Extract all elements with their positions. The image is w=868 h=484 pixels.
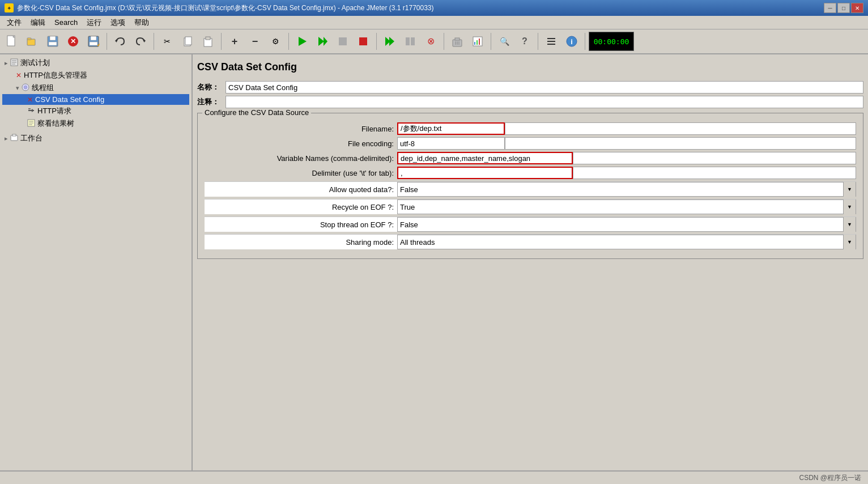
close-button[interactable]: ✕ — [851, 3, 863, 13]
delimiter-row: Delimiter (use '\t' for tab): — [205, 167, 856, 179]
clear-button[interactable] — [448, 32, 467, 51]
save2-button[interactable]: ✔ — [84, 32, 103, 51]
undo-button[interactable] — [110, 32, 130, 51]
menu-edit[interactable]: 编辑 — [26, 16, 50, 29]
expand-button[interactable]: + — [225, 32, 244, 51]
content-area: CSV Data Set Config 名称： 注释： Configure th… — [197, 59, 863, 259]
filename-input[interactable] — [397, 122, 505, 135]
filename-extra-input[interactable] — [505, 122, 856, 135]
sharing-mode-dropdown[interactable]: ▼ — [843, 235, 856, 249]
svg-marker-14 — [144, 39, 146, 43]
toolbar-separator-2 — [154, 33, 154, 50]
stop-button[interactable] — [333, 32, 352, 51]
test-plan-icon — [10, 58, 18, 68]
file-encoding-label: File encoding: — [205, 139, 397, 148]
svg-text:⊗: ⊗ — [427, 36, 435, 46]
csv-config-icon: ✕ — [27, 96, 33, 104]
main-layout: ▸ 测试计划 ✕ HTTP信息头管理器 ▾ 线程组 ✕ CSV Data Set… — [0, 54, 868, 470]
save-button[interactable] — [43, 32, 62, 51]
config-section-title: Configure the CSV Data Source — [202, 108, 311, 117]
panel-title: CSV Data Set Config — [197, 59, 863, 75]
menu-search[interactable]: Search — [50, 17, 82, 28]
recycle-eof-dropdown[interactable]: ▼ — [843, 199, 856, 214]
svg-rect-26 — [406, 37, 410, 45]
settings-button[interactable]: ⚙ — [266, 32, 285, 51]
menu-run[interactable]: 运行 — [82, 16, 106, 29]
toolbar-separator-5 — [376, 33, 377, 50]
list-button[interactable] — [542, 32, 561, 51]
test-plan-tree: ▸ 测试计划 ✕ HTTP信息头管理器 ▾ 线程组 ✕ CSV Data Set… — [0, 54, 193, 470]
toolbar-separator-4 — [288, 33, 289, 50]
http-header-label: HTTP信息头管理器 — [24, 70, 87, 80]
kill-button[interactable] — [354, 32, 373, 51]
stop-thread-dropdown[interactable]: ▼ — [843, 217, 856, 232]
menu-options[interactable]: 选项 — [106, 16, 130, 29]
remote-start-all-button[interactable] — [380, 32, 399, 51]
copy-button[interactable] — [178, 32, 197, 51]
variable-names-extra-input[interactable] — [573, 152, 856, 164]
file-encoding-row: File encoding: — [205, 137, 856, 150]
delimiter-extra-input[interactable] — [573, 167, 856, 179]
svg-text:?: ? — [522, 36, 527, 46]
workbench-label: 工作台 — [20, 133, 42, 143]
tree-item-http-request[interactable]: HTTP请求 — [2, 105, 189, 117]
svg-marker-19 — [299, 37, 307, 46]
svg-text:i: i — [571, 37, 573, 46]
timer-display: 00:00:00 — [589, 32, 634, 51]
cut-button[interactable]: ✂ — [158, 32, 177, 51]
allow-quoted-value: False — [398, 185, 843, 194]
info-button[interactable]: i — [562, 32, 581, 51]
workbench-icon — [10, 134, 18, 143]
config-fields: Filename: File encoding: Variable Names … — [205, 122, 856, 249]
start-no-pause-button[interactable] — [313, 32, 332, 51]
svg-rect-6 — [49, 42, 57, 45]
help-toolbar-button[interactable]: ? — [515, 32, 534, 51]
tree-item-result-tree[interactable]: 察看结果树 — [2, 117, 189, 130]
toolbar-separator-9 — [585, 33, 585, 50]
search-toolbar-button[interactable]: 🔍 — [495, 32, 514, 51]
sharing-mode-label: Sharing mode: — [205, 238, 397, 247]
menu-help[interactable]: 帮助 — [130, 16, 154, 29]
new-button[interactable] — [2, 32, 22, 51]
maximize-button[interactable]: □ — [837, 3, 850, 13]
minimize-button[interactable]: ─ — [824, 3, 836, 13]
menu-file[interactable]: 文件 — [2, 16, 26, 29]
svg-marker-25 — [389, 37, 394, 46]
comment-input[interactable] — [225, 96, 863, 108]
open-button[interactable] — [23, 32, 42, 51]
svg-text:✕: ✕ — [70, 37, 76, 45]
http-request-icon — [27, 107, 35, 116]
name-input[interactable] — [225, 81, 863, 94]
recycle-eof-label: Recycle on EOF ?: — [205, 203, 397, 211]
title-bar: ✦ 参数化-CSV Data Set Config.jmx (D:\双元\双元视… — [0, 0, 868, 16]
toolbar-separator-1 — [107, 33, 107, 50]
start-button[interactable] — [292, 32, 312, 51]
collapse-button[interactable]: − — [245, 32, 265, 51]
svg-marker-21 — [324, 37, 327, 46]
svg-rect-5 — [50, 36, 56, 40]
delimiter-input[interactable] — [397, 167, 573, 179]
recycle-eof-row: Recycle on EOF ?: True ▼ — [205, 199, 856, 214]
remote-kill-all-button[interactable]: ⊗ — [421, 32, 440, 51]
variable-names-input[interactable] — [397, 152, 573, 164]
svg-rect-30 — [455, 38, 459, 40]
redo-button[interactable] — [131, 32, 150, 51]
error-button[interactable]: ✕ — [63, 32, 83, 51]
tree-item-workbench[interactable]: ▸ 工作台 — [2, 132, 189, 145]
paste-button[interactable] — [198, 32, 218, 51]
allow-quoted-dropdown[interactable]: ▼ — [843, 182, 856, 197]
delimiter-label: Delimiter (use '\t' for tab): — [205, 169, 397, 177]
toolbar-separator-7 — [491, 33, 491, 50]
remote-stop-all-button[interactable] — [401, 32, 420, 51]
file-encoding-input[interactable] — [397, 137, 505, 150]
svg-rect-11 — [90, 42, 97, 45]
thread-group-label: 线程组 — [32, 83, 54, 93]
report-button[interactable] — [468, 32, 487, 51]
file-encoding-extra-input[interactable] — [505, 137, 856, 150]
tree-item-http-header[interactable]: ✕ HTTP信息头管理器 — [2, 69, 189, 82]
tree-item-test-plan[interactable]: ▸ 测试计划 — [2, 57, 189, 69]
tree-item-thread-group[interactable]: ▾ 线程组 — [2, 82, 189, 94]
name-label: 名称： — [197, 82, 225, 92]
tree-item-csv-config[interactable]: ✕ CSV Data Set Config — [2, 94, 189, 105]
window-title: 参数化-CSV Data Set Config.jmx (D:\双元\双元视频-… — [17, 3, 434, 13]
